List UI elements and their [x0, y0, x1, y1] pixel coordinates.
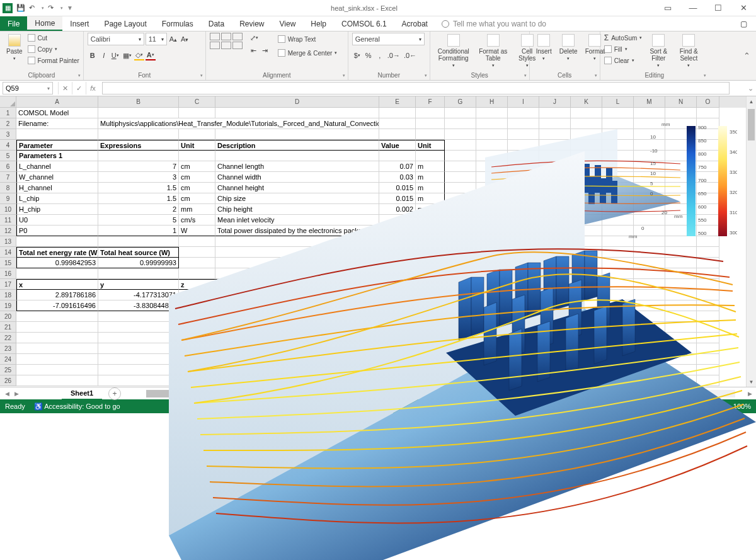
cell[interactable]: [416, 118, 445, 129]
font-name-select[interactable]: Calibri▾: [88, 33, 144, 45]
column-header[interactable]: F: [416, 96, 445, 108]
cell[interactable]: cm: [179, 161, 215, 172]
cell[interactable]: [215, 343, 379, 354]
cell[interactable]: [215, 365, 379, 375]
cell[interactable]: m: [416, 161, 445, 172]
cell[interactable]: W: [416, 226, 445, 236]
cell[interactable]: [98, 322, 179, 333]
cell[interactable]: [416, 311, 445, 322]
row-header[interactable]: 12: [0, 226, 16, 236]
name-box[interactable]: Q59▾: [3, 82, 53, 94]
increase-font-button[interactable]: A▴: [168, 34, 178, 44]
cell[interactable]: [379, 300, 416, 311]
tab-help[interactable]: Help: [303, 16, 334, 31]
cell[interactable]: [379, 354, 416, 365]
cell[interactable]: [16, 354, 98, 365]
cell[interactable]: [508, 333, 539, 343]
cell[interactable]: [697, 268, 719, 279]
column-header[interactable]: K: [571, 96, 602, 108]
cell[interactable]: cm: [179, 172, 215, 183]
format-as-table-button[interactable]: Format as Table ▾: [476, 33, 511, 69]
cell[interactable]: -4.177313071: [98, 290, 179, 300]
cell[interactable]: [602, 258, 634, 268]
copy-button[interactable]: Copy ▾: [28, 44, 79, 54]
cell[interactable]: 0.015: [379, 183, 416, 193]
cell[interactable]: [445, 268, 476, 279]
cell[interactable]: Chip size: [215, 193, 379, 204]
cell[interactable]: [16, 129, 98, 140]
redo-dropdown-icon[interactable]: ▾: [60, 6, 63, 11]
cell[interactable]: [508, 375, 539, 386]
cell[interactable]: [539, 365, 571, 375]
redo-icon[interactable]: ↷: [48, 4, 57, 13]
cell[interactable]: m: [416, 204, 445, 215]
cell[interactable]: [571, 375, 602, 386]
cell[interactable]: [476, 258, 508, 268]
underline-button[interactable]: U ▾: [110, 50, 120, 60]
vertical-scrollbar[interactable]: ▲ ▼: [746, 96, 756, 387]
scroll-up-button[interactable]: ▲: [747, 96, 756, 106]
cell[interactable]: [379, 129, 416, 140]
cell[interactable]: [16, 268, 98, 279]
cell[interactable]: 0.015: [379, 193, 416, 204]
cell[interactable]: Mean inlet velocity: [215, 215, 379, 226]
cell[interactable]: m/s: [416, 215, 445, 226]
percent-button[interactable]: %: [364, 50, 374, 60]
tab-home[interactable]: Home: [27, 16, 62, 31]
cell[interactable]: [445, 343, 476, 354]
cell[interactable]: [179, 268, 215, 279]
cell[interactable]: [445, 279, 476, 290]
cell[interactable]: [379, 311, 416, 322]
scroll-thumb[interactable]: [748, 109, 755, 140]
cell[interactable]: [445, 183, 476, 193]
cell[interactable]: [179, 322, 215, 333]
cell[interactable]: [98, 151, 179, 161]
cell[interactable]: [539, 290, 571, 300]
sheet-tab-sheet1[interactable]: Sheet1: [62, 387, 102, 400]
cell[interactable]: 0.07: [379, 161, 416, 172]
cell[interactable]: [571, 343, 602, 354]
cell[interactable]: L_chip: [16, 193, 98, 204]
cell[interactable]: [215, 290, 379, 300]
cell[interactable]: [379, 236, 416, 247]
cell[interactable]: [476, 279, 508, 290]
cell[interactable]: [634, 365, 665, 375]
cell[interactable]: [215, 108, 379, 118]
collapse-ribbon-button[interactable]: ⌃: [737, 31, 756, 80]
column-header[interactable]: J: [539, 96, 571, 108]
cell[interactable]: Total heat source (W): [98, 247, 179, 258]
row-header[interactable]: 25: [0, 365, 16, 375]
cell[interactable]: [508, 290, 539, 300]
cell[interactable]: 1: [98, 226, 179, 236]
cell[interactable]: [697, 322, 719, 333]
cell[interactable]: Value: [215, 279, 379, 290]
cell[interactable]: [697, 279, 719, 290]
select-all-corner[interactable]: [0, 96, 16, 108]
cell[interactable]: 1.5: [98, 183, 179, 193]
comma-button[interactable]: ,: [375, 50, 385, 60]
cell[interactable]: [98, 354, 179, 365]
font-size-select[interactable]: 11▾: [146, 33, 167, 45]
row-header[interactable]: 9: [0, 193, 16, 204]
row-header[interactable]: 6: [0, 161, 16, 172]
tell-me-search[interactable]: Tell me what you want to do: [435, 16, 546, 31]
align-center-button[interactable]: [221, 42, 231, 49]
cell[interactable]: [602, 322, 634, 333]
column-header[interactable]: L: [602, 96, 634, 108]
cell[interactable]: [476, 333, 508, 343]
cell[interactable]: [665, 375, 697, 386]
row-header[interactable]: 15: [0, 258, 16, 268]
row-header[interactable]: 8: [0, 183, 16, 193]
cell[interactable]: [416, 247, 445, 258]
cell[interactable]: [571, 333, 602, 343]
view-page-break-button[interactable]: ▭: [638, 403, 644, 411]
cell[interactable]: [215, 247, 379, 258]
cell[interactable]: [445, 375, 476, 386]
column-header[interactable]: C: [179, 96, 215, 108]
horizontal-scrollbar[interactable]: [146, 390, 735, 397]
scroll-right-button[interactable]: ▶: [748, 391, 756, 397]
share-button[interactable]: ▢: [731, 16, 756, 31]
cell[interactable]: [215, 236, 379, 247]
minimize-button[interactable]: —: [680, 0, 706, 16]
cell[interactable]: [215, 375, 379, 386]
